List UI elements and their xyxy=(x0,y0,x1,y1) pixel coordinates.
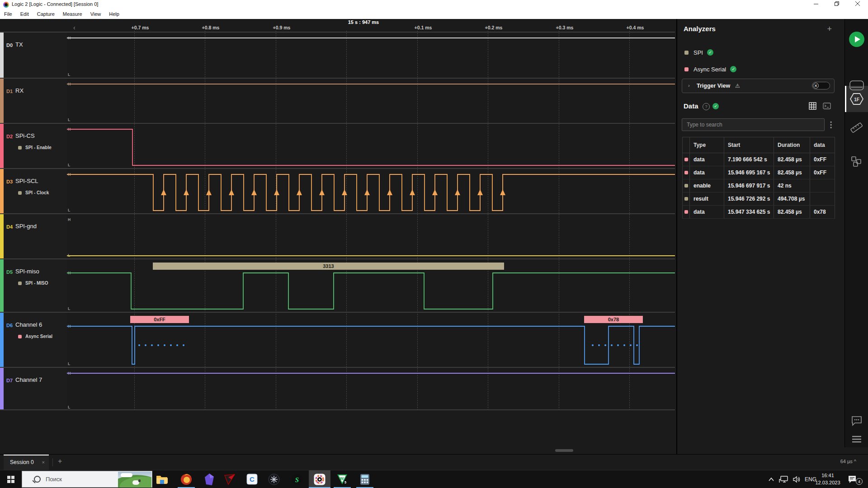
taskbar-app-calculator-icon[interactable] xyxy=(354,470,376,488)
data-table-row[interactable]: result15.946 726 292 s494.708 µs xyxy=(682,192,835,206)
waveform-d0[interactable] xyxy=(67,33,675,79)
channel-label-d6[interactable]: D6Channel 6Async Serial xyxy=(0,313,67,367)
decoded-value-annotation[interactable]: 3313 xyxy=(153,263,504,270)
measure-ruler-icon[interactable] xyxy=(845,118,868,138)
channel-label-d7[interactable]: D7Channel 7 xyxy=(0,368,67,410)
analyzers-1f-icon[interactable]: 1F xyxy=(845,89,868,109)
channel-label-d5[interactable]: D5SPI-misoSPI - MISO xyxy=(0,259,67,312)
channel-label-d4[interactable]: D4SPI-gnd xyxy=(0,214,67,258)
trigger-view-toggle[interactable]: ✕ xyxy=(812,82,830,89)
decoded-value-annotation[interactable]: 0x78 xyxy=(584,316,643,323)
analyzer-item-spi[interactable]: SPI✓ xyxy=(684,48,713,57)
channel-analyzer-chip[interactable]: Async Serial xyxy=(18,334,52,339)
channel-label-d2[interactable]: D2SPi-CSSPI - Enable xyxy=(0,124,67,168)
cell-start: 15.947 334 625 s xyxy=(724,206,774,218)
cell-start: 15.946 697 917 s xyxy=(724,179,774,192)
channel-name: SPi-CS xyxy=(15,132,35,139)
taskbar-app-app-c-icon[interactable]: C xyxy=(241,470,263,488)
new-session-button[interactable]: + xyxy=(58,457,62,465)
channel-analyzer-chip[interactable]: SPI - MISO xyxy=(18,281,48,286)
channel-analyzer-chip[interactable]: SPI - Clock xyxy=(18,190,49,195)
clock[interactable]: 16:41 12.03.2023 xyxy=(815,472,841,486)
channel-id: D3 xyxy=(6,179,13,184)
add-analyzer-button[interactable]: + xyxy=(827,25,832,33)
channel-color-strip xyxy=(0,214,4,258)
data-table-row[interactable]: enable15.946 697 917 s42 ns xyxy=(682,179,835,192)
bit-dot xyxy=(170,344,172,346)
menu-edit[interactable]: Edit xyxy=(16,9,33,19)
windows-logo-icon xyxy=(7,476,14,483)
waveform-d4[interactable] xyxy=(67,214,675,259)
waveform-d3[interactable] xyxy=(67,169,675,214)
bit-dot xyxy=(151,344,153,346)
data-search-input[interactable] xyxy=(682,118,825,131)
close-button[interactable] xyxy=(847,0,868,9)
data-table-row[interactable]: data15.946 695 167 s82.458 µs0xFF xyxy=(682,166,835,179)
waveform-d7[interactable] xyxy=(67,368,675,411)
start-capture-button[interactable] xyxy=(845,29,868,49)
taskbar-app-obsidian-icon[interactable] xyxy=(198,470,220,488)
start-button[interactable] xyxy=(0,470,22,488)
column-data[interactable]: data xyxy=(810,137,835,153)
column-start[interactable]: Start xyxy=(724,137,774,153)
minimize-button[interactable] xyxy=(806,0,826,9)
volume-icon[interactable] xyxy=(790,471,804,488)
taskbar-app-app-w5-icon[interactable]: W5 xyxy=(331,470,353,488)
menu-view[interactable]: View xyxy=(86,9,105,19)
restore-button[interactable] xyxy=(826,0,847,9)
taskbar-app-app-s-icon[interactable]: S xyxy=(286,470,308,488)
data-title: Data xyxy=(684,102,698,110)
menu-capture[interactable]: Capture xyxy=(33,9,59,19)
decoded-value-annotation[interactable]: 0xFF xyxy=(130,316,189,323)
analyzer-swatch-icon xyxy=(684,51,689,55)
cell-start: 15.946 695 167 s xyxy=(724,166,774,179)
data-table-header[interactable]: Type Start Duration data xyxy=(682,137,835,153)
session-tab[interactable]: Session 0 × xyxy=(4,455,49,470)
feedback-chat-icon[interactable] xyxy=(845,411,868,431)
time-scale-control[interactable]: 64 µs ^ xyxy=(840,459,856,464)
column-type[interactable]: Type xyxy=(689,137,724,153)
table-view-icon[interactable] xyxy=(809,102,816,112)
taskbar-app-firefox-icon[interactable] xyxy=(175,470,197,488)
tray-expand-chevron-icon[interactable] xyxy=(766,471,777,488)
bit-dot xyxy=(623,344,625,346)
taskbar-app-app-dark-icon[interactable] xyxy=(263,470,285,488)
waveform-d1[interactable] xyxy=(67,79,675,124)
menu-file[interactable]: File xyxy=(0,9,16,19)
tray-date: 12.03.2023 xyxy=(815,479,841,486)
taskbar-app-file-explorer-icon[interactable] xyxy=(151,470,173,488)
channel-color-strip xyxy=(0,79,4,123)
svg-text:1F: 1F xyxy=(854,97,859,102)
network-icon[interactable] xyxy=(777,471,790,488)
app-logo-icon xyxy=(3,2,9,8)
channel-row-d2: D2SPi-CSSPI - EnableHL xyxy=(0,123,675,168)
help-icon[interactable]: ? xyxy=(703,103,710,110)
data-table-row[interactable]: data7.190 666 542 s82.458 µs0xFF xyxy=(682,153,835,166)
taskbar-search[interactable]: Поиск xyxy=(22,471,152,488)
extensions-icon[interactable] xyxy=(845,152,868,172)
channel-label-d3[interactable]: D3SPI-SCLSPI - Clock xyxy=(0,169,67,213)
channel-analyzer-chip[interactable]: SPI - Enable xyxy=(18,145,52,150)
horizontal-scrollbar-thumb[interactable] xyxy=(555,449,573,452)
trigger-view-row[interactable]: › Trigger View ⚠ ✕ xyxy=(682,79,835,93)
column-duration[interactable]: Duration xyxy=(774,137,810,153)
menu-measure[interactable]: Measure xyxy=(59,9,86,19)
close-tab-icon[interactable]: × xyxy=(42,460,45,465)
menu-help[interactable]: Help xyxy=(105,9,123,19)
channel-label-d1[interactable]: D1RX xyxy=(0,79,67,123)
waveform-d2[interactable] xyxy=(67,124,675,169)
tab-divider xyxy=(52,458,53,466)
data-table-row[interactable]: data15.947 334 625 s82.458 µs0x78 xyxy=(682,206,835,219)
bit-dot xyxy=(138,344,140,346)
notification-count-badge: 4 xyxy=(856,478,863,485)
main-menu-icon[interactable] xyxy=(845,429,868,449)
svg-text:5: 5 xyxy=(344,481,346,484)
taskbar-app-app-red-icon[interactable] xyxy=(219,470,241,488)
search-options-icon[interactable]: ••• xyxy=(828,121,834,129)
taskbar-app-logic2-icon[interactable] xyxy=(309,470,330,488)
bit-dot xyxy=(636,344,638,346)
channel-id: D7 xyxy=(6,378,13,383)
channel-label-d0[interactable]: D0TX xyxy=(0,33,67,78)
terminal-view-icon[interactable] xyxy=(823,103,831,111)
analyzer-item-async-serial[interactable]: Async Serial✓ xyxy=(684,65,736,74)
